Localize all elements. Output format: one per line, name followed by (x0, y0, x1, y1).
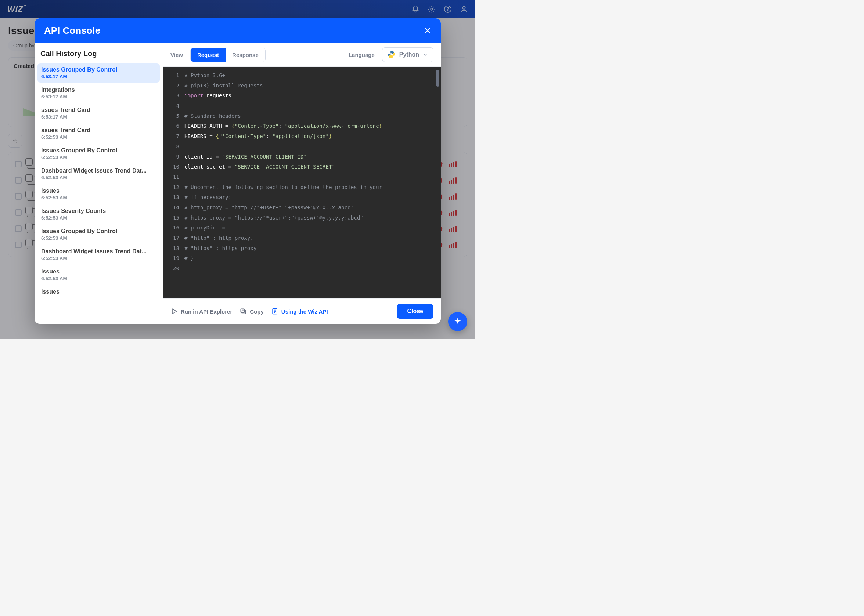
code-line: 6HEADERS_AUTH = {"Content-Type": "applic… (163, 121, 441, 131)
code-line: 17# "http" : http_proxy, (163, 233, 441, 244)
code-line: 19# } (163, 253, 441, 264)
history-item-title: Issues Grouped By Control (41, 228, 156, 234)
history-item[interactable]: ssues Trend Card6:52:53 AM (38, 124, 160, 143)
python-icon (387, 51, 396, 59)
history-item-time: 6:52:53 AM (41, 235, 156, 241)
history-item-title: Issues Severity Counts (41, 208, 156, 214)
code-line: 5# Standard headers (163, 111, 441, 121)
history-item-title: ssues Trend Card (41, 107, 156, 113)
call-history-sidebar: Call History Log Issues Grouped By Contr… (35, 43, 163, 324)
history-list[interactable]: Issues Grouped By Control6:53:17 AMInteg… (35, 63, 163, 324)
play-icon (170, 308, 178, 315)
code-line: 10client_secret = "SERVICE _ACCOUNT_CLIE… (163, 162, 441, 172)
history-item-title: Dashboard Widget Issues Trend Dat... (41, 167, 156, 174)
code-line: 1# Python 3.6+ (163, 71, 441, 81)
history-item-time: 6:52:53 AM (41, 134, 156, 140)
chevron-down-icon (423, 52, 428, 57)
modal-footer: Run in API Explorer Copy Using the Wiz A… (163, 299, 441, 324)
history-item[interactable]: Issues Grouped By Control6:52:53 AM (38, 225, 160, 244)
language-selected: Python (399, 51, 419, 58)
close-icon[interactable]: ✕ (424, 26, 431, 36)
history-item[interactable]: Issues Grouped By Control6:53:17 AM (38, 63, 160, 83)
assistant-fab[interactable] (448, 312, 467, 331)
modal-header: API Console ✕ (35, 18, 441, 43)
history-item-time: 6:52:53 AM (41, 154, 156, 160)
history-item-title: Integrations (41, 86, 156, 93)
history-item[interactable]: Integrations6:53:17 AM (38, 83, 160, 103)
code-editor[interactable]: 1# Python 3.6+2# pip(3) install requests… (163, 67, 441, 299)
code-toolbar: View Request Response Language Python (163, 43, 441, 67)
history-item-time: 6:52:53 AM (41, 175, 156, 180)
history-item[interactable]: ssues Trend Card6:53:17 AM (38, 104, 160, 123)
api-console-modal: API Console ✕ Call History Log Issues Gr… (35, 18, 441, 324)
code-line: 7HEADERS = {"'Content-Type": "applicatio… (163, 131, 441, 142)
code-line: 8 (163, 142, 441, 152)
code-line: 2# pip(3) install requests (163, 81, 441, 91)
scrollbar-thumb[interactable] (436, 70, 439, 86)
history-item[interactable]: Issues Severity Counts6:52:53 AM (38, 204, 160, 224)
svg-rect-5 (241, 309, 245, 313)
code-line: 20 (163, 264, 441, 274)
code-line: 16# proxyDict = (163, 223, 441, 233)
code-line: 14# http_proxy = "http://"+user+":"+pass… (163, 203, 441, 213)
history-item-title: Dashboard Widget Issues Trend Dat... (41, 248, 156, 255)
history-item-time: 6:53:17 AM (41, 114, 156, 120)
language-select[interactable]: Python (382, 47, 433, 62)
history-item-time: 6:53:17 AM (41, 94, 156, 99)
code-line: 12# Uncomment the following section to d… (163, 182, 441, 193)
history-item[interactable]: Issues6:52:53 AM (38, 184, 160, 204)
document-icon (271, 308, 279, 315)
docs-link[interactable]: Using the Wiz API (271, 308, 328, 315)
history-item[interactable]: Issues Grouped By Control6:52:53 AM (38, 144, 160, 163)
code-line: 13# if necessary: (163, 192, 441, 203)
history-item[interactable]: Dashboard Widget Issues Trend Dat...6:52… (38, 245, 160, 264)
history-item-time: 6:52:53 AM (41, 215, 156, 221)
code-line: 15# https_proxy = "https://"*user+":"+pa… (163, 213, 441, 223)
code-line: 4 (163, 101, 441, 111)
response-tab[interactable]: Response (225, 48, 265, 62)
history-item-title: Issues (41, 289, 156, 295)
code-line: 3import requests (163, 91, 441, 101)
request-response-segment: Request Response (190, 48, 266, 62)
sparkle-icon (453, 317, 463, 326)
sidebar-title: Call History Log (35, 43, 163, 63)
history-item-title: ssues Trend Card (41, 127, 156, 134)
close-button[interactable]: Close (397, 304, 433, 319)
history-item-time: 6:52:53 AM (41, 256, 156, 261)
copy-icon (239, 308, 247, 315)
code-line: 9client_id = "SERVICE_ACCOUNT_CLIENT_ID" (163, 152, 441, 162)
history-item-time: 6:52:53 AM (41, 195, 156, 200)
history-item-title: Issues (41, 188, 156, 194)
history-item-time: 6:52:53 AM (41, 276, 156, 281)
history-item-title: Issues Grouped By Control (41, 66, 156, 73)
view-tab[interactable]: View (170, 52, 183, 58)
history-item[interactable]: Issues (38, 285, 160, 299)
code-line: 11 (163, 172, 441, 182)
history-item[interactable]: Issues6:52:53 AM (38, 265, 160, 284)
language-label: Language (349, 52, 375, 58)
modal-title: API Console (44, 25, 100, 36)
copy-button[interactable]: Copy (239, 308, 264, 315)
run-button[interactable]: Run in API Explorer (170, 308, 232, 315)
history-item-time: 6:53:17 AM (41, 74, 156, 79)
history-item-title: Issues (41, 268, 156, 275)
svg-rect-4 (242, 310, 246, 314)
request-tab[interactable]: Request (190, 48, 225, 62)
history-item[interactable]: Dashboard Widget Issues Trend Dat...6:52… (38, 164, 160, 184)
history-item-title: Issues Grouped By Control (41, 147, 156, 154)
code-line: 18# "https" : https_proxy (163, 244, 441, 254)
